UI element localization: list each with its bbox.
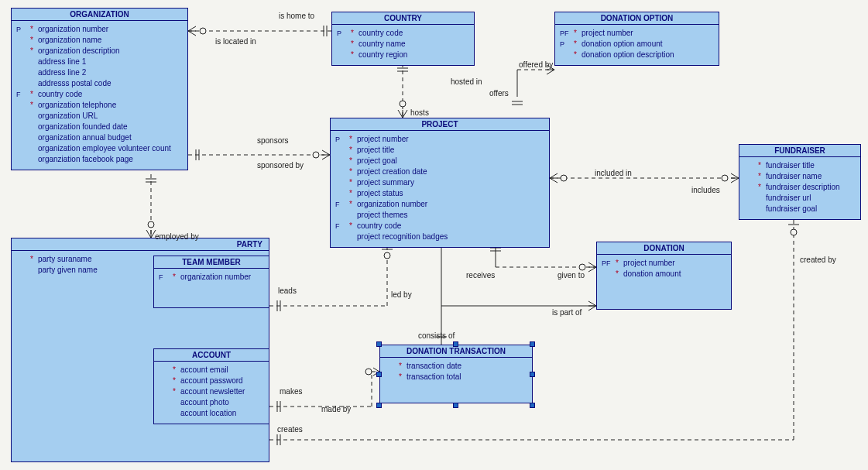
rel-label: given to: [558, 271, 585, 280]
entity-donation-option[interactable]: DONATION OPTION PF*project numberP*donat…: [554, 12, 719, 66]
selection-handle[interactable]: [530, 372, 535, 377]
entity-project[interactable]: PROJECT P*project number*project title*p…: [330, 118, 550, 248]
rel-label: is located in: [215, 37, 256, 46]
entity-title: FUNDRAISER: [739, 145, 860, 157]
attribute-row: address line 1: [16, 57, 183, 67]
attribute-row: PF*project number: [560, 28, 714, 39]
rel-label: offers: [489, 89, 509, 98]
attribute-row: account location: [159, 408, 264, 419]
attribute-row: *project title: [335, 145, 544, 156]
rel-label: is home to: [279, 12, 314, 20]
attribute-row: P*country code: [337, 28, 469, 39]
entity-body: F*organization number: [154, 269, 269, 307]
attribute-row: *organization description: [16, 46, 183, 57]
entity-body: *transaction date*transaction total: [380, 358, 532, 403]
entity-body: PF*project numberP*donation option amoun…: [555, 25, 719, 65]
rel-label: leads: [278, 286, 297, 295]
attribute-row: organization founded date: [16, 122, 183, 132]
attribute-row: P*donation option amount: [560, 39, 714, 50]
entity-account[interactable]: ACCOUNT *account email*account password*…: [153, 348, 269, 424]
selection-handle[interactable]: [453, 403, 458, 408]
entity-country[interactable]: COUNTRY P*country code*country name*coun…: [331, 12, 475, 66]
attribute-row: *donation amount: [602, 269, 726, 280]
attribute-row: fundraiser goal: [744, 204, 856, 214]
attribute-row: *organization telephone: [16, 100, 183, 111]
svg-point-15: [313, 152, 319, 158]
attribute-row: *project goal: [335, 156, 544, 166]
rel-label: led by: [391, 290, 412, 299]
attribute-row: project recognition badges: [335, 232, 544, 242]
attribute-row: *donation option description: [560, 50, 714, 60]
attribute-row: F*country code: [16, 89, 183, 100]
svg-point-27: [384, 252, 390, 259]
attribute-row: *transaction date: [385, 361, 527, 372]
svg-point-7: [400, 101, 406, 107]
svg-point-42: [365, 369, 372, 375]
attribute-row: P*project number: [335, 134, 544, 145]
rel-label: hosted in: [451, 77, 482, 86]
attribute-row: *fundraiser description: [744, 182, 856, 193]
attribute-row: *transaction total: [385, 372, 527, 383]
rel-label: included in: [595, 169, 632, 177]
svg-point-1: [200, 28, 206, 34]
entity-title: DONATION: [597, 242, 731, 255]
entity-body: *fundraiser title*fundraiser name*fundra…: [739, 157, 860, 219]
entity-title: PARTY: [12, 238, 269, 251]
entity-fundraiser[interactable]: FUNDRAISER *fundraiser title*fundraiser …: [739, 144, 861, 220]
rel-label: is part of: [552, 308, 582, 317]
attribute-row: *project summary: [335, 177, 544, 188]
attribute-row: fundraiser url: [744, 193, 856, 204]
rel-label: made by: [321, 405, 351, 413]
attribute-row: project themes: [335, 210, 544, 221]
attribute-row: address line 2: [16, 67, 183, 78]
rel-label: created by: [800, 256, 836, 264]
attribute-row: account photo: [159, 397, 264, 408]
attribute-row: F*country code: [335, 221, 544, 232]
rel-label: includes: [691, 186, 720, 194]
selection-handle[interactable]: [453, 341, 458, 347]
attribute-row: P*organization number: [16, 24, 183, 35]
rel-label: sponsored by: [257, 161, 304, 170]
attribute-row: *project status: [335, 188, 544, 199]
attribute-row: organization URL: [16, 111, 183, 122]
selection-handle[interactable]: [376, 372, 382, 377]
entity-title: DONATION OPTION: [555, 12, 719, 25]
selection-handle[interactable]: [530, 403, 535, 408]
entity-donation-transaction[interactable]: DONATION TRANSACTION *transaction date*t…: [379, 345, 533, 403]
attribute-row: PF*project number: [602, 258, 726, 269]
attribute-row: organization annual budget: [16, 132, 183, 143]
entity-organization[interactable]: ORGANIZATION P*organization number*organ…: [11, 8, 188, 170]
svg-point-18: [722, 175, 728, 181]
entity-team-member[interactable]: TEAM MEMBER F*organization number: [153, 256, 269, 308]
entity-body: P*organization number*organization name*…: [12, 21, 187, 170]
attribute-row: organization employee volunteer count: [16, 143, 183, 154]
attribute-row: *country region: [337, 50, 469, 60]
entity-body: P*project number*project title*project g…: [331, 131, 549, 247]
rel-label: hosts: [410, 108, 429, 117]
attribute-row: *organization name: [16, 35, 183, 46]
selection-handle[interactable]: [376, 403, 382, 408]
entity-donation[interactable]: DONATION PF*project number*donation amou…: [596, 242, 732, 310]
selection-handle[interactable]: [530, 341, 535, 347]
attribute-row: organziation facebook page: [16, 154, 183, 165]
attribute-row: *country name: [337, 39, 469, 50]
entity-body: *account email*account password*account …: [154, 362, 269, 424]
rel-label: employed by: [155, 232, 199, 241]
attribute-row: F*organization number: [159, 272, 264, 283]
attribute-row: *fundraiser name: [744, 171, 856, 182]
selection-handle[interactable]: [376, 341, 382, 347]
attribute-row: *account password: [159, 376, 264, 386]
svg-point-22: [148, 221, 154, 228]
rel-label: consists of: [418, 331, 455, 340]
svg-point-47: [791, 229, 797, 235]
entity-body: P*country code*country name*country regi…: [332, 25, 474, 65]
svg-point-17: [561, 175, 567, 181]
rel-label: makes: [280, 387, 302, 396]
entity-body: PF*project number*donation amount: [597, 255, 731, 309]
attribute-row: *account newsletter: [159, 386, 264, 397]
entity-title: ORGANIZATION: [12, 9, 187, 21]
entity-title: COUNTRY: [332, 12, 474, 25]
rel-label: offered by: [519, 60, 553, 69]
svg-point-33: [579, 264, 585, 270]
rel-label: sponsors: [257, 136, 289, 145]
